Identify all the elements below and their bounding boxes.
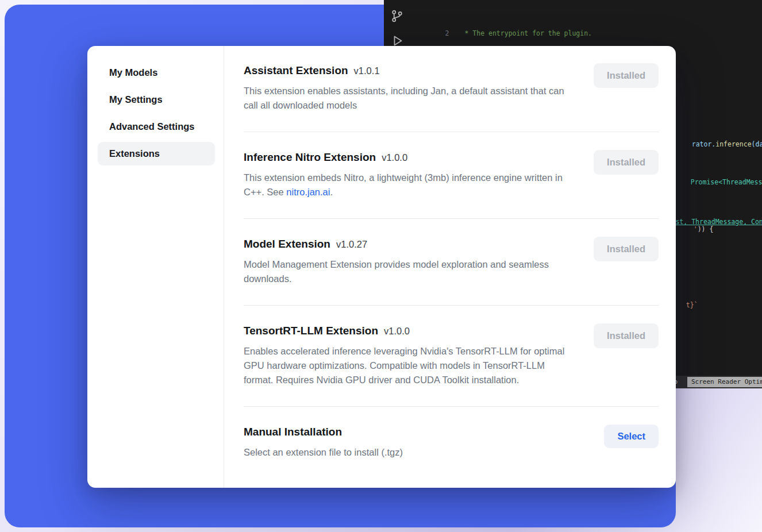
code-line: 2 * The entrypoint for the plugin. — [416, 20, 762, 48]
extension-name: Inference Nitro Extensionv1.0.0 — [244, 150, 576, 165]
sidebar-item-extensions[interactable]: Extensions — [98, 142, 215, 165]
select-file-button[interactable]: Select — [604, 425, 659, 448]
extensions-panel: Assistant Extensionv1.0.1 This extension… — [224, 46, 676, 488]
extension-row-assistant: Assistant Extensionv1.0.1 This extension… — [244, 60, 659, 132]
installed-button[interactable]: Installed — [594, 63, 659, 88]
extension-version: v1.0.27 — [336, 239, 367, 249]
manual-installation-row: Manual Installation Select an extension … — [244, 407, 659, 460]
installed-button[interactable]: Installed — [594, 323, 659, 348]
extension-info: Inference Nitro Extensionv1.0.0 This ext… — [244, 150, 576, 199]
sidebar-item-my-settings[interactable]: My Settings — [98, 88, 215, 111]
screen-reader-badge[interactable]: Screen Reader Optimize — [687, 377, 762, 387]
sidebar-item-advanced-settings[interactable]: Advanced Settings — [98, 115, 215, 138]
extension-description: Model Management Extension provides mode… — [244, 257, 576, 286]
extension-description: This extension enables assistants, inclu… — [244, 84, 576, 113]
code-fragment: rator.inference(data)); — [676, 132, 762, 156]
extension-version: v1.0.1 — [354, 65, 380, 76]
manual-installation-title: Manual Installation — [244, 425, 403, 440]
settings-sidebar: My Models My Settings Advanced Settings … — [87, 46, 224, 488]
sidebar-item-my-models[interactable]: My Models — [98, 61, 215, 84]
extension-row-inference-nitro: Inference Nitro Extensionv1.0.0 This ext… — [244, 132, 659, 219]
extension-row-tensorrt-llm: TensortRT-LLM Extensionv1.0.0 Enables ac… — [244, 306, 659, 407]
extension-description: This extension embeds Nitro, a lightweig… — [244, 171, 576, 199]
installed-button[interactable]: Installed — [594, 237, 659, 261]
manual-installation-description: Select an extension file to install (.tg… — [244, 445, 403, 460]
code-fragment: Promise<ThreadMessage> — [675, 170, 762, 194]
extension-info: Model Extensionv1.0.27 Model Management … — [244, 237, 576, 286]
extension-info: Manual Installation Select an extension … — [244, 425, 403, 460]
extension-name: TensortRT-LLM Extensionv1.0.0 — [244, 323, 576, 338]
extension-description: Enables accelerated inference leveraging… — [244, 344, 576, 387]
extension-row-model: Model Extensionv1.0.27 Model Management … — [244, 219, 659, 306]
installed-button[interactable]: Installed — [594, 150, 659, 175]
extension-version: v1.0.0 — [384, 326, 410, 336]
extension-name: Assistant Extensionv1.0.1 — [244, 63, 576, 78]
extension-info: TensortRT-LLM Extensionv1.0.0 Enables ac… — [244, 323, 576, 387]
desktop-background: { "colors": { "brand_blue": "#4a67ee", "… — [0, 0, 762, 532]
extension-version: v1.0.0 — [382, 152, 407, 163]
source-control-icon[interactable] — [390, 9, 404, 23]
extension-info: Assistant Extensionv1.0.1 This extension… — [244, 63, 576, 113]
nitro-jan-ai-link[interactable]: nitro.jan.ai — [286, 187, 330, 197]
extension-name: Model Extensionv1.0.27 — [244, 237, 576, 252]
code-fragment: ')) { — [678, 217, 713, 241]
settings-modal: My Models My Settings Advanced Settings … — [87, 46, 676, 488]
line-number: 2 — [440, 29, 449, 38]
